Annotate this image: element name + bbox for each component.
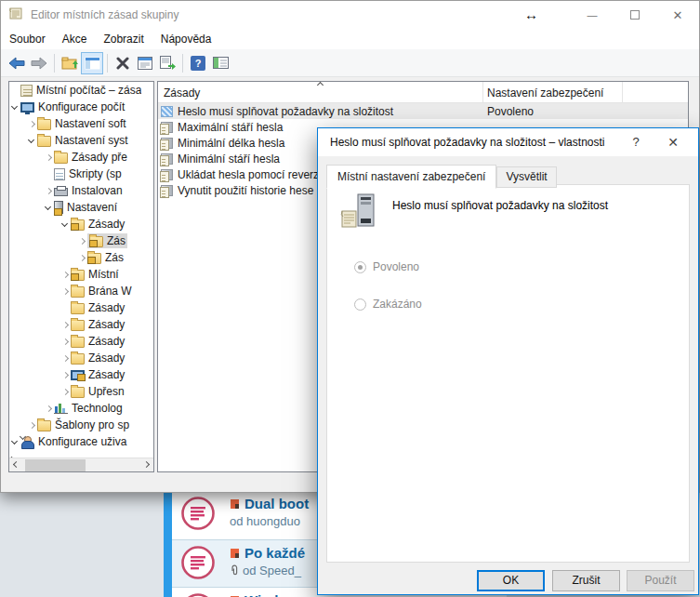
- tree-item[interactable]: Zásady: [9, 316, 141, 333]
- tree-item[interactable]: Konfigurace počít: [9, 99, 141, 115]
- scroll-right-arrow[interactable]: [143, 460, 152, 469]
- chevron-right-icon[interactable]: [60, 387, 71, 397]
- radio-zakazano: [354, 298, 366, 311]
- scrollbar-thumb[interactable]: [25, 459, 86, 471]
- console-window-button[interactable]: [81, 52, 103, 74]
- horizontal-scrollbar[interactable]: [9, 458, 153, 471]
- post-title-link[interactable]: Windows: [244, 592, 306, 597]
- help-button[interactable]: ?: [187, 52, 209, 74]
- tree-item[interactable]: Instalovan: [9, 182, 141, 199]
- chevron-right-icon[interactable]: [77, 253, 87, 263]
- radio-zakazano-label: Zakázáno: [373, 298, 422, 311]
- tree-item[interactable]: Zás: [9, 249, 141, 266]
- ok-button[interactable]: OK: [477, 570, 545, 591]
- chevron-right-icon[interactable]: [60, 337, 71, 347]
- tree-item[interactable]: Upřesn: [9, 383, 141, 400]
- menu-soubor[interactable]: Soubor: [1, 30, 54, 48]
- minimize-button[interactable]: —: [571, 1, 614, 29]
- tree-item[interactable]: Technolog: [9, 400, 141, 417]
- chevron-down-icon[interactable]: [44, 203, 54, 213]
- policy-icon: [161, 153, 173, 165]
- chevron-right-icon[interactable]: [27, 119, 37, 129]
- dialog-help-button[interactable]: ?: [622, 128, 650, 156]
- up-one-level-button[interactable]: [59, 52, 81, 74]
- column-header-nastaveni[interactable]: Nastavení zabezpečení: [487, 86, 603, 100]
- tree-item[interactable]: Nastavení soft: [9, 115, 141, 132]
- gpo-scroll-icon: [20, 85, 33, 97]
- policy-row-selected[interactable]: Heslo musí splňovat požadavky na složito…: [158, 103, 688, 119]
- tree-item[interactable]: Konfigurace uživa: [9, 433, 141, 450]
- tree-item[interactable]: Nastavení: [9, 199, 141, 216]
- column-header-zasady[interactable]: Zásady: [164, 86, 200, 100]
- tree-item-label: Zásady: [88, 318, 125, 331]
- toolbar: ?: [1, 49, 699, 77]
- tree-item[interactable]: Brána W: [9, 283, 141, 299]
- chevron-right-icon[interactable]: [60, 270, 71, 280]
- tree-item-label: Místní: [88, 268, 119, 281]
- tree-item-label: Zás: [107, 234, 125, 247]
- chevron-right-icon[interactable]: [60, 320, 71, 330]
- tree-item[interactable]: Místní: [9, 266, 141, 283]
- policy-icon: [161, 122, 173, 133]
- topic-icon: [180, 592, 216, 597]
- up-folder-icon: [61, 56, 78, 70]
- list-header: Zásady Nastavení zabezpečení: [158, 82, 688, 103]
- chevron-right-icon[interactable]: [44, 404, 54, 414]
- screen: Dual boot od huongduo Po každé od Speed_: [0, 0, 700, 597]
- chevron-down-icon[interactable]: [60, 219, 71, 230]
- chevron-down-icon[interactable]: [10, 102, 20, 113]
- show-console-tree-button[interactable]: [209, 52, 231, 74]
- post-title-link[interactable]: Po každé: [244, 545, 305, 561]
- post-title-link[interactable]: Dual boot: [244, 496, 309, 511]
- tree-item-root[interactable]: Místní počítač – zása: [9, 82, 141, 99]
- chevron-down-icon[interactable]: [27, 136, 37, 146]
- tree-item[interactable]: Nastavení syst: [9, 132, 141, 149]
- scroll-down-arrow[interactable]: [19, 433, 27, 442]
- maximize-icon: [630, 10, 640, 20]
- chevron-right-icon[interactable]: [60, 286, 71, 297]
- menu-zobrazit[interactable]: Zobrazit: [95, 30, 152, 48]
- chevron-right-icon[interactable]: [60, 370, 71, 380]
- delete-button[interactable]: [112, 52, 134, 74]
- policy-name: Minimální stáří hesla: [178, 153, 280, 166]
- folder-icon: [37, 119, 51, 130]
- tab-vysvetlit[interactable]: Vysvětlit: [496, 166, 556, 188]
- column-divider[interactable]: [482, 82, 483, 102]
- export-list-button[interactable]: [156, 52, 178, 74]
- computer-icon: [20, 102, 34, 113]
- back-button[interactable]: [6, 52, 28, 74]
- tree-item[interactable]: Skripty (sp: [9, 166, 141, 182]
- tree-item[interactable]: Zásady: [9, 350, 141, 366]
- chevron-right-icon[interactable]: [77, 236, 87, 246]
- chevron-right-icon[interactable]: [60, 353, 71, 364]
- radio-povoleno: [354, 261, 366, 273]
- tab-strip: Místní nastavení zabezpečení Vysvětlit: [326, 165, 557, 188]
- menu-akce[interactable]: Akce: [54, 30, 96, 48]
- tree-item[interactable]: Zásady: [9, 366, 141, 383]
- tree-item-label: Nastavení syst: [55, 134, 128, 147]
- menu-napoveda[interactable]: Nápověda: [152, 30, 220, 48]
- folder-icon: [71, 353, 85, 365]
- tree-item[interactable]: Šablony pro sp: [9, 417, 141, 433]
- tree-item[interactable]: Zásady pře: [9, 149, 141, 166]
- properties-button[interactable]: [134, 52, 156, 74]
- post-author[interactable]: od Speed_: [243, 564, 301, 577]
- chevron-right-icon[interactable]: [44, 153, 54, 163]
- scroll-left-arrow[interactable]: [11, 460, 20, 469]
- tree-item-selected[interactable]: Zás: [9, 232, 141, 249]
- maximize-button[interactable]: [614, 1, 656, 29]
- tree-item[interactable]: Zásady: [9, 216, 141, 232]
- column-divider[interactable]: [622, 82, 623, 102]
- chevron-right-icon[interactable]: [27, 420, 37, 431]
- close-button[interactable]: ✕: [656, 1, 699, 29]
- tree-item-label: Nastavení: [67, 201, 117, 214]
- cancel-button[interactable]: Zrušit: [552, 570, 620, 591]
- tree-item[interactable]: Zásady: [9, 299, 141, 316]
- forward-button[interactable]: [28, 52, 50, 74]
- bar-chart-icon: [54, 403, 68, 414]
- dialog-close-button[interactable]: ✕: [657, 128, 689, 156]
- tree-item-label: Konfigurace uživa: [38, 435, 126, 448]
- tree-item[interactable]: Zásady: [9, 333, 141, 350]
- chevron-right-icon[interactable]: [44, 186, 54, 196]
- tab-mistni-nastaveni[interactable]: Místní nastavení zabezpečení: [326, 165, 496, 189]
